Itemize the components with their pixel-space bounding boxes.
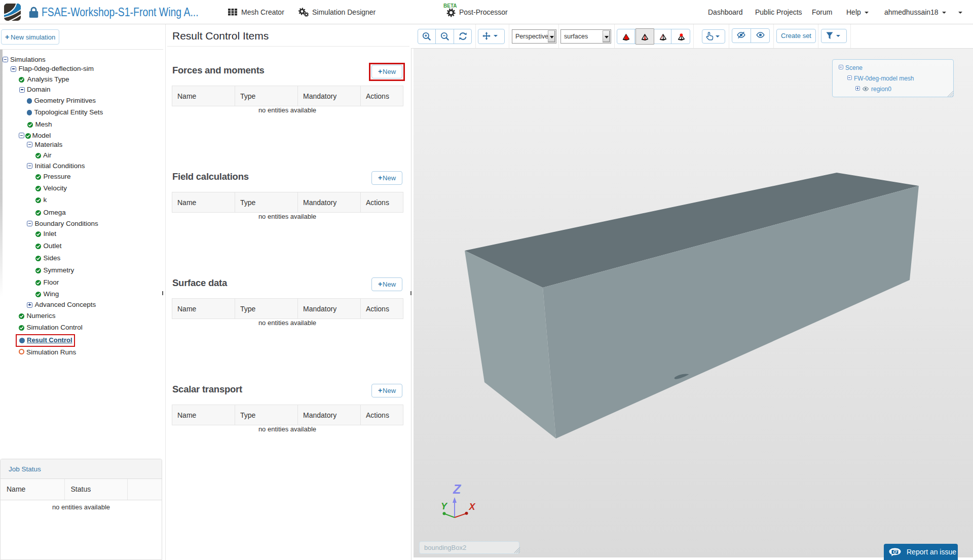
- svg-text:Z: Z: [453, 482, 462, 496]
- svg-text:Y: Y: [441, 501, 448, 511]
- svg-text:X: X: [469, 502, 476, 512]
